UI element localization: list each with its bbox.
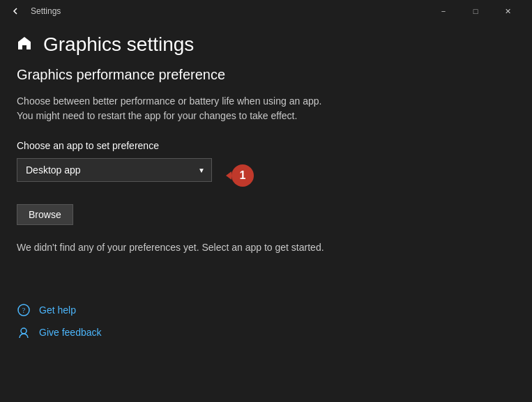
svg-point-2 <box>21 328 26 334</box>
section-heading: Graphics performance preference <box>17 67 515 83</box>
get-help-label: Get help <box>39 304 76 316</box>
maximize-button[interactable]: □ <box>459 0 492 22</box>
titlebar: Settings − □ ✕ <box>0 0 532 22</box>
give-feedback-link[interactable]: Give feedback <box>17 325 515 339</box>
get-help-icon: ? <box>17 303 31 317</box>
section-body: Graphics performance preference Choose b… <box>0 67 532 253</box>
footer-links: ? Get help Give feedback <box>0 286 532 364</box>
titlebar-title: Settings <box>31 6 61 16</box>
titlebar-left: Settings <box>8 4 61 18</box>
back-button[interactable] <box>8 4 22 18</box>
close-button[interactable]: ✕ <box>492 0 524 22</box>
main-content: Graphics performance preference Choose b… <box>0 67 532 364</box>
get-help-link[interactable]: ? Get help <box>17 303 515 317</box>
description-text: Choose between better performance or bat… <box>17 94 515 123</box>
minimize-button[interactable]: − <box>427 0 459 22</box>
home-icon <box>17 36 32 54</box>
titlebar-controls: − □ ✕ <box>427 0 524 22</box>
page-title: Graphics settings <box>43 33 194 56</box>
give-feedback-label: Give feedback <box>39 327 102 338</box>
no-preferences-text: We didn't find any of your preferences y… <box>17 242 515 253</box>
app-dropdown[interactable]: Desktop app Microsoft Store app <box>17 158 212 182</box>
browse-button[interactable]: Browse <box>17 204 73 225</box>
give-feedback-icon <box>17 325 31 339</box>
svg-text:?: ? <box>22 307 26 314</box>
app-dropdown-container: Desktop app Microsoft Store app ▼ <box>17 158 212 182</box>
dropdown-label: Choose an app to set preference <box>17 140 515 151</box>
callout-badge-1: 1 <box>231 164 254 187</box>
page-header: Graphics settings <box>0 22 532 67</box>
